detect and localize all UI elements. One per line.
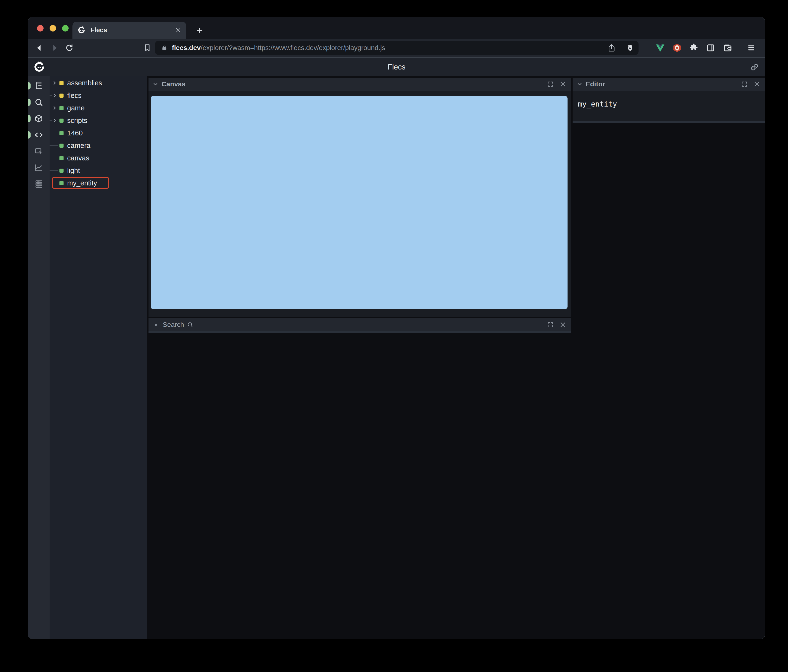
share-icon [607,44,616,52]
extensions-menu-button[interactable] [689,43,699,53]
render-canvas[interactable] [151,96,567,309]
tree-item-canvas[interactable]: canvas [49,152,147,164]
sidebar-tables-button[interactable] [28,177,49,191]
url-domain: flecs.dev [172,44,201,51]
active-indicator-pill [28,82,30,89]
sidebar-code-button[interactable] [28,128,49,142]
forward-button[interactable] [50,44,59,52]
search-panel: Search [148,318,571,333]
tree-connector [49,183,58,183]
sidebar-search-button[interactable] [28,95,49,109]
editor-code-text[interactable]: my_entity [578,100,617,108]
wallet-icon [723,43,732,53]
entity-tree-panel: assemblies flecs game scripts [49,76,147,639]
fullscreen-button[interactable] [741,81,748,87]
panel-title: Canvas [162,80,186,88]
close-panel-button[interactable] [559,81,566,87]
sidebar-tree-button[interactable] [28,79,49,93]
zoom-window-button[interactable] [62,25,68,32]
minimize-window-button[interactable] [49,25,56,32]
close-panel-button[interactable] [559,321,566,328]
tree-connector [49,145,58,146]
chevron-down-icon[interactable] [577,81,583,87]
editor-panel-header: Editor [573,78,765,91]
tree-item-scripts[interactable]: scripts [49,114,147,127]
active-indicator-pill [28,115,30,122]
sidebar-stats-button[interactable] [28,161,49,174]
active-tab[interactable]: Flecs [72,22,186,39]
tree-item-camera[interactable]: camera [49,139,147,152]
search-panel-header[interactable]: Search [148,318,571,331]
back-button[interactable] [35,44,44,52]
chevron-down-icon[interactable] [153,81,159,87]
bookmark-icon [143,44,152,52]
wallet-button[interactable] [723,43,732,53]
lock-icon [161,45,167,51]
entity-kind-square [59,181,64,185]
tree-item-1460[interactable]: 1460 [49,127,147,139]
share-button[interactable] [607,44,616,52]
tree-item-label: flecs [67,92,82,100]
browser-window: Flecs + flecs.dev/explorer/?wasm=https:/… [28,17,766,639]
close-icon [559,81,566,87]
sidebar-toggle-button[interactable] [706,43,716,53]
close-window-button[interactable] [37,25,44,32]
url-text: flecs.dev/explorer/?wasm=https://www.fle… [172,44,607,52]
new-tab-button[interactable]: + [194,25,205,36]
canvas-panel: Canvas [148,78,571,317]
vue-icon [655,43,665,53]
editor-column: Editor my_entity [573,78,765,639]
code-icon [34,131,43,139]
fullscreen-button[interactable] [547,321,554,328]
share-link-button[interactable] [750,63,759,71]
browser-menu-button[interactable] [747,44,756,52]
entity-kind-square [59,94,64,98]
sidebar-icon [706,43,716,53]
app-header: Flecs [28,58,765,76]
flecs-favicon-icon [78,27,85,34]
tree-item-my-entity[interactable]: my_entity [49,177,147,189]
desktop: Flecs + flecs.dev/explorer/?wasm=https:/… [0,0,788,672]
tree-item-label: camera [67,142,91,150]
tree-item-game[interactable]: game [49,102,147,114]
editor-panel: Editor my_entity [573,78,765,123]
link-icon [750,63,759,71]
tree-item-assemblies[interactable]: assemblies [49,77,147,89]
brave-shields-button[interactable] [626,44,634,52]
cube-icon [34,114,43,123]
extension-button[interactable] [672,43,682,53]
search-icon [187,322,194,328]
tree-item-light[interactable]: light [49,164,147,177]
vue-devtools-button[interactable] [655,43,665,53]
urlbar-divider [621,44,621,52]
red-hexagon-extension-icon [672,43,682,53]
fullscreen-icon [547,321,554,328]
chevron-right-icon [52,93,57,98]
tree-item-label: scripts [67,117,87,125]
tree-item-label: assemblies [67,79,102,87]
fullscreen-button[interactable] [547,81,554,87]
entity-kind-square [59,169,64,173]
reload-button[interactable] [65,44,74,52]
extensions-area [655,43,732,53]
close-icon [559,321,566,328]
fullscreen-icon [547,81,554,87]
address-bar[interactable]: flecs.dev/explorer/?wasm=https://www.fle… [155,41,639,55]
tree-connector [49,158,58,158]
close-icon [175,27,181,33]
bookmark-button[interactable] [143,44,152,52]
active-indicator-pill [28,132,30,138]
chart-icon [34,163,43,172]
tab-title: Flecs [91,27,175,34]
close-panel-button[interactable] [754,81,760,87]
tree-item-flecs[interactable]: flecs [49,89,147,102]
entity-kind-square [59,81,64,85]
fullscreen-icon [741,81,748,87]
sidebar-entities-button[interactable] [28,112,49,125]
tab-close-button[interactable] [175,27,181,33]
canvas-column: Canvas Search [148,78,571,639]
tree-connector [49,117,58,124]
tree-item-label: canvas [67,154,89,162]
editor-panel-body[interactable]: my_entity [573,91,765,121]
sidebar-inspect-button[interactable] [28,144,49,158]
